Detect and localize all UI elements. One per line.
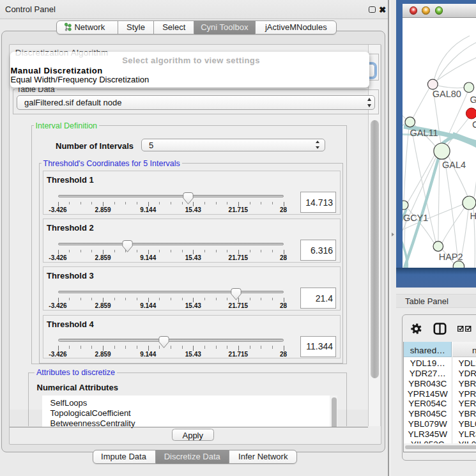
svg-text:GAL80: GAL80 [432,89,461,99]
svg-text:GA: GA [470,94,476,104]
svg-text:GAL11: GAL11 [410,128,438,138]
svg-text:HAP2: HAP2 [438,251,463,261]
svg-text:HIS4: HIS4 [470,211,476,221]
svg-text:GAL4: GAL4 [442,159,466,169]
svg-text:C: C [472,119,475,129]
svg-text:GCY1: GCY1 [403,212,427,222]
